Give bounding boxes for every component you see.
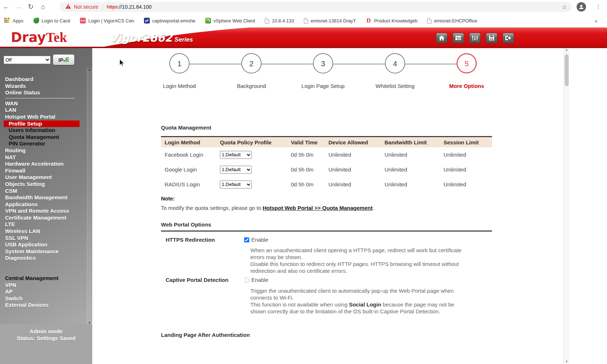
profile-avatar[interactable] (577, 2, 586, 12)
settings-sliders-button[interactable] (469, 33, 481, 43)
sidebar-item-external-devices[interactable]: External Devices (0, 302, 86, 309)
sidebar-item-users-information[interactable]: Users Information (0, 127, 86, 134)
sidebar-item-objects-setting[interactable]: Objects Setting (0, 181, 86, 188)
google-profile-select[interactable]: 1.Default (220, 166, 252, 174)
sidebar-item-user-management[interactable]: User Management (0, 174, 86, 181)
vsphere-icon (205, 18, 211, 24)
quota-management-link[interactable]: Hotspot Web Portal >> Quota Management (263, 205, 373, 211)
sidebar-item-certificate-management[interactable]: Certificate Management (0, 215, 86, 221)
bookmark-label: vSphere Web Client (213, 18, 255, 24)
facebook-profile-select[interactable]: 1.Default (220, 151, 252, 159)
url-text[interactable]: ://10.21.64.100 (118, 4, 152, 10)
sidebar-item-applications[interactable]: Applications (0, 201, 86, 208)
sidebar-item-pin-generator[interactable]: PIN Generator (0, 140, 86, 147)
sidebar-item-usb-application[interactable]: USB Application (0, 241, 86, 248)
sidebar-item-routing[interactable]: Routing (0, 147, 86, 154)
sidebar-item-central-switch[interactable]: Switch (0, 295, 86, 302)
bookmarks-bar: Apps Login to Cacti ACS Login | VigorACS… (0, 14, 607, 27)
scroll-up-icon[interactable]: ▲ (88, 68, 91, 71)
scroll-up-icon[interactable]: ▲ (565, 48, 568, 51)
address-bar[interactable]: Not secure | https ://10.21.64.100 ☆ (60, 2, 572, 12)
step-circle: 1 (169, 53, 190, 73)
scrollbar-thumb[interactable] (565, 54, 569, 86)
session-limit-cell: Unlimited (440, 181, 492, 187)
page-icon (265, 18, 269, 24)
step-label: Login Page Setup (294, 83, 352, 89)
bookmark-item[interactable]: emisnet-13814 DrayT (304, 18, 356, 24)
scroll-down-icon[interactable]: ▼ (564, 360, 569, 363)
sidebar-item-lte[interactable]: LTE (0, 221, 86, 228)
sidebar-item-wan[interactable]: WAN (0, 100, 86, 107)
bookmark-item[interactable]: pf captiveportal.emishe (144, 18, 195, 24)
sidebar-mode-select[interactable]: Off (4, 56, 51, 64)
sidebar-scrollbar[interactable]: ▲ ▼ (87, 68, 92, 325)
sidebar-item-wizards[interactable]: Wizards (0, 83, 86, 90)
security-status-label[interactable]: Not secure (74, 4, 98, 10)
quota-table: Login Method Quota Policy Profile Valid … (161, 136, 492, 192)
sidebar-item-dashboard[interactable]: Dashboard (0, 76, 86, 83)
device-allowed-cell: Unlimited (325, 152, 381, 158)
browser-menu-button[interactable]: ⋮ (594, 2, 603, 12)
save-button[interactable] (486, 33, 497, 43)
logout-button[interactable] (502, 33, 514, 43)
bookmark-item[interactable]: D Product Knowledgeb (366, 18, 417, 24)
sidebar-item-quota-management[interactable]: Quota Management (0, 134, 86, 141)
menu-gap (0, 262, 86, 275)
url-divider: | (102, 4, 103, 10)
wizard-step-4[interactable]: 4 Whitelist Setting (366, 53, 424, 89)
step-circle: 3 (313, 53, 333, 73)
reload-button[interactable]: ↻ (25, 1, 37, 12)
sidebar-item-diagnostics[interactable]: Diagnostics (0, 255, 86, 262)
model-name: Vigor2862 (110, 31, 172, 44)
sidebar-item-wireless-lan[interactable]: Wireless LAN (0, 228, 86, 235)
bookmark-item[interactable]: Login to Cacti (33, 18, 71, 24)
bandwidth-limit-cell: Unlimited (381, 166, 440, 173)
ipv6-button[interactable]: IPv6 (53, 54, 75, 65)
sidebar-item-hotspot-web-portal[interactable]: Hotspot Web Portal (0, 114, 86, 120)
sidebar-item-ssl-vpn[interactable]: SSL VPN (0, 235, 86, 242)
browser-home-button[interactable]: ⌂ (37, 1, 49, 12)
model-title: Vigor2862Series (110, 31, 193, 44)
sidebar-item-system-maintenance[interactable]: System Maintenance (0, 248, 86, 255)
bookmark-item[interactable]: ACS Login | VigorACS Cen (80, 18, 134, 24)
sidebar-item-csm[interactable]: CSM (0, 188, 86, 195)
url-scheme: https (107, 4, 118, 10)
radius-profile-select[interactable]: 1.Default (220, 181, 252, 189)
device-allowed-cell: Unlimited (325, 181, 381, 187)
page-scrollbar[interactable]: ▲ ▼ (564, 48, 569, 364)
wizard-step-5-active[interactable]: 5 More Options (438, 53, 496, 89)
forward-button[interactable]: → (12, 1, 25, 12)
wizard-step-1[interactable]: 1 Login Method (150, 53, 208, 89)
sidebar-item-central-ap[interactable]: AP (0, 288, 86, 295)
console-button[interactable] (453, 33, 464, 43)
login-method-cell: RADIUS Login (161, 181, 216, 187)
sidebar-item-hardware-acceleration[interactable]: Hardware Acceleration (0, 161, 86, 168)
home-button[interactable] (436, 33, 447, 43)
bookmarks-overflow-chevron[interactable]: » (595, 18, 598, 24)
sidebar-item-lan[interactable]: LAN (0, 107, 86, 114)
captive-portal-checkbox[interactable] (244, 278, 249, 283)
bookmark-item[interactable]: vSphere Web Client (205, 18, 255, 24)
https-redirection-description: When an unauthenticated client opening a… (250, 247, 462, 274)
session-limit-cell: Unlimited (440, 152, 492, 158)
wizard-step-3[interactable]: 3 Login Page Setup (294, 53, 352, 89)
sidebar-item-nat[interactable]: NAT (0, 154, 86, 161)
col-session-limit: Session Limit (440, 139, 492, 145)
sidebar-item-online-status[interactable]: Online Status (0, 89, 86, 96)
model-series: Series (174, 36, 193, 43)
sidebar-item-vpn-remote-access[interactable]: VPN and Remote Access (0, 208, 86, 215)
wizard-step-2[interactable]: 2 Background (222, 53, 280, 89)
https-desc-1: When an unauthenticated client opening a… (250, 247, 462, 261)
captive-portal-description: Trigger the unauthenticated client to au… (250, 287, 462, 315)
apps-shortcut[interactable]: Apps (4, 18, 24, 24)
https-redirection-checkbox[interactable] (244, 237, 249, 242)
bookmark-star-icon[interactable]: ☆ (562, 3, 567, 11)
back-button[interactable]: ← (0, 1, 12, 12)
sidebar-item-central-vpn[interactable]: VPN (0, 282, 86, 289)
bookmark-item[interactable]: 10.8.4.133 (265, 18, 294, 24)
bookmark-item[interactable]: emisnet-EHCPOffice (427, 18, 477, 24)
login-method-cell: Facebook Login (161, 152, 216, 158)
sidebar-item-firewall[interactable]: Firewall (0, 168, 86, 174)
sidebar-item-bandwidth-management[interactable]: Bandwidth Management (0, 194, 86, 201)
sidebar-item-profile-setup[interactable]: Profile Setup (4, 120, 80, 127)
